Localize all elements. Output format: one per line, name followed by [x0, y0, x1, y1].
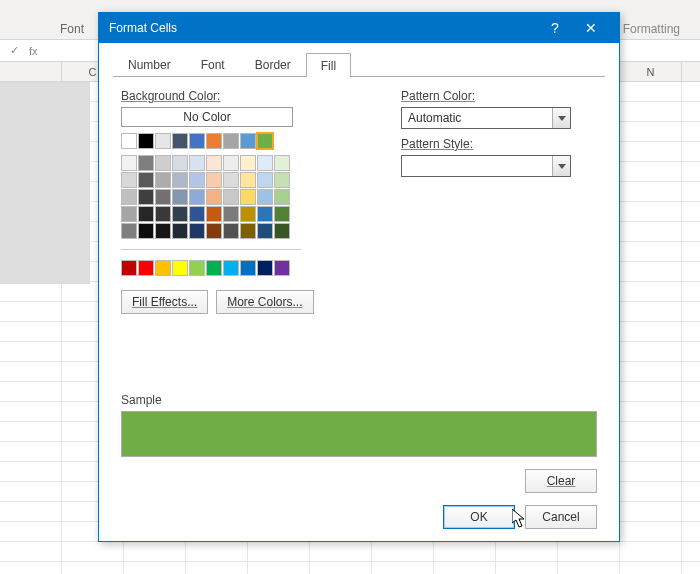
cell[interactable]	[310, 562, 372, 574]
color-swatch[interactable]	[155, 155, 171, 171]
color-swatch[interactable]	[189, 206, 205, 222]
cell[interactable]	[620, 102, 682, 121]
color-swatch[interactable]	[274, 172, 290, 188]
color-swatch[interactable]	[155, 172, 171, 188]
color-swatch[interactable]	[240, 172, 256, 188]
color-swatch[interactable]	[206, 260, 222, 276]
cell[interactable]	[558, 562, 620, 574]
color-swatch[interactable]	[155, 260, 171, 276]
color-swatch[interactable]	[155, 189, 171, 205]
cell[interactable]	[0, 442, 62, 461]
cell[interactable]	[124, 542, 186, 561]
close-button[interactable]: ✕	[573, 20, 609, 36]
cell[interactable]	[0, 342, 62, 361]
tab-border[interactable]: Border	[240, 52, 306, 76]
cell[interactable]	[620, 562, 682, 574]
tab-fill[interactable]: Fill	[306, 53, 351, 77]
color-swatch[interactable]	[223, 189, 239, 205]
cell[interactable]	[0, 322, 62, 341]
cell[interactable]	[186, 542, 248, 561]
cell[interactable]	[620, 402, 682, 421]
color-swatch[interactable]	[172, 260, 188, 276]
color-swatch[interactable]	[257, 223, 273, 239]
color-swatch[interactable]	[223, 206, 239, 222]
color-swatch[interactable]	[223, 223, 239, 239]
color-swatch[interactable]	[121, 223, 137, 239]
cell[interactable]	[620, 162, 682, 181]
color-swatch[interactable]	[138, 260, 154, 276]
color-swatch[interactable]	[257, 260, 273, 276]
cell[interactable]	[0, 482, 62, 501]
color-swatch[interactable]	[189, 172, 205, 188]
cell[interactable]	[620, 202, 682, 221]
color-swatch[interactable]	[206, 172, 222, 188]
color-swatch[interactable]	[172, 172, 188, 188]
tab-font[interactable]: Font	[186, 52, 240, 76]
cell[interactable]	[620, 462, 682, 481]
color-swatch[interactable]	[189, 155, 205, 171]
color-swatch[interactable]	[240, 260, 256, 276]
no-color-button[interactable]: No Color	[121, 107, 293, 127]
color-swatch[interactable]	[172, 223, 188, 239]
cell[interactable]	[620, 522, 682, 541]
cell[interactable]	[620, 502, 682, 521]
color-swatch[interactable]	[240, 155, 256, 171]
color-swatch[interactable]	[138, 223, 154, 239]
cell[interactable]	[620, 182, 682, 201]
color-swatch[interactable]	[155, 133, 171, 149]
color-swatch[interactable]	[274, 260, 290, 276]
clear-button[interactable]: Clear	[525, 469, 597, 493]
color-swatch[interactable]	[172, 133, 188, 149]
cell[interactable]	[496, 562, 558, 574]
cell[interactable]	[0, 282, 62, 301]
column-header[interactable]	[0, 62, 62, 81]
color-swatch[interactable]	[155, 206, 171, 222]
color-swatch[interactable]	[138, 172, 154, 188]
cell[interactable]	[620, 262, 682, 281]
color-swatch[interactable]	[189, 223, 205, 239]
column-header[interactable]: N	[620, 62, 682, 81]
cell[interactable]	[0, 542, 62, 561]
ok-button[interactable]: OK	[443, 505, 515, 529]
cell[interactable]	[372, 562, 434, 574]
pattern-color-combo[interactable]: Automatic	[401, 107, 571, 129]
cell[interactable]	[0, 402, 62, 421]
cell[interactable]	[620, 82, 682, 101]
cell[interactable]	[0, 502, 62, 521]
color-swatch[interactable]	[240, 133, 256, 149]
color-swatch[interactable]	[172, 189, 188, 205]
color-swatch[interactable]	[206, 206, 222, 222]
cell[interactable]	[248, 562, 310, 574]
color-swatch[interactable]	[206, 133, 222, 149]
cell[interactable]	[620, 282, 682, 301]
cell[interactable]	[620, 542, 682, 561]
cell[interactable]	[0, 362, 62, 381]
cell[interactable]	[0, 302, 62, 321]
color-swatch[interactable]	[121, 172, 137, 188]
cell[interactable]	[0, 522, 62, 541]
color-swatch[interactable]	[121, 206, 137, 222]
tab-number[interactable]: Number	[113, 52, 186, 76]
color-swatch[interactable]	[257, 133, 273, 149]
color-swatch[interactable]	[274, 206, 290, 222]
cell[interactable]	[62, 542, 124, 561]
cell[interactable]	[372, 542, 434, 561]
cell[interactable]	[434, 542, 496, 561]
color-swatch[interactable]	[223, 172, 239, 188]
color-swatch[interactable]	[257, 172, 273, 188]
cell[interactable]	[620, 442, 682, 461]
color-swatch[interactable]	[274, 223, 290, 239]
cell[interactable]	[0, 562, 62, 574]
color-swatch[interactable]	[138, 189, 154, 205]
color-swatch[interactable]	[257, 189, 273, 205]
cell[interactable]	[62, 562, 124, 574]
cell[interactable]	[0, 382, 62, 401]
cell[interactable]	[620, 362, 682, 381]
color-swatch[interactable]	[172, 206, 188, 222]
cell[interactable]	[620, 142, 682, 161]
color-swatch[interactable]	[121, 189, 137, 205]
color-swatch[interactable]	[121, 260, 137, 276]
cell[interactable]	[248, 542, 310, 561]
color-swatch[interactable]	[189, 260, 205, 276]
color-swatch[interactable]	[223, 133, 239, 149]
